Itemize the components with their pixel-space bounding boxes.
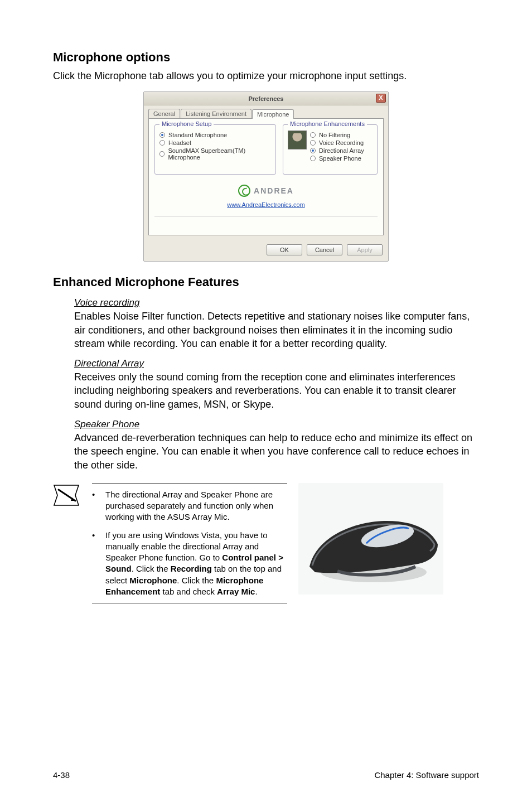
radio-label: Speaker Phone — [319, 155, 361, 162]
tab-microphone[interactable]: Microphone — [252, 109, 294, 119]
preferences-dialog: Preferences X General Listening Environm… — [143, 91, 389, 262]
cancel-button[interactable]: Cancel — [307, 244, 342, 255]
andrea-text: ANDREA — [254, 186, 294, 195]
dialog-title-text: Preferences — [249, 95, 284, 102]
subheading-speaker: Speaker Phone — [74, 419, 479, 430]
subheading-directional: Directional Array — [74, 358, 479, 369]
paragraph: Enables Noise Filter function. Detects r… — [74, 310, 479, 350]
radio-voice-recording[interactable]: Voice Recording — [310, 139, 364, 146]
radio-label: Headset — [168, 139, 191, 146]
note-bullet-1: The directional Array and Speaker Phone … — [105, 489, 287, 523]
radio-headset[interactable]: Headset — [159, 139, 271, 146]
andrea-ball-icon — [238, 185, 250, 197]
subheading-voice: Voice recording — [74, 297, 479, 308]
apply-button[interactable]: Apply — [347, 244, 383, 255]
section-lead: Click the Microphone tab allows you to o… — [53, 69, 479, 83]
page-number: 4-38 — [53, 770, 70, 780]
group-title: Microphone Setup — [159, 120, 214, 127]
ok-button[interactable]: OK — [267, 244, 302, 255]
note-text: • The directional Array and Speaker Phon… — [92, 483, 287, 603]
close-icon[interactable]: X — [376, 94, 386, 103]
bullet-icon: • — [92, 489, 96, 523]
chapter-label: Chapter 4: Software support — [374, 770, 479, 780]
radio-superbeam[interactable]: SoundMAX Superbeam(TM) Microphone — [159, 147, 271, 161]
radio-label: Directional Array — [319, 147, 364, 154]
tab-listening[interactable]: Listening Environment — [181, 109, 252, 118]
dialog-screenshot: Preferences X General Listening Environm… — [53, 91, 479, 262]
mic-icon — [288, 131, 307, 149]
section-heading: Microphone options — [53, 50, 479, 65]
andrea-logo: ANDREA — [238, 185, 294, 197]
radio-label: No Filtering — [319, 132, 350, 138]
note-bullet-2: If you are using Windows Vista, you have… — [105, 530, 287, 598]
radio-label: Voice Recording — [319, 139, 364, 146]
group-title: Microphone Enhancements — [288, 120, 367, 127]
tab-pane: Microphone Setup Standard Microphone Hea… — [148, 118, 384, 235]
dialog-titlebar: Preferences X — [144, 92, 388, 105]
array-mic-photo — [298, 483, 443, 595]
radio-label: Standard Microphone — [168, 132, 227, 138]
tab-general[interactable]: General — [148, 109, 180, 118]
andrea-link[interactable]: www.AndreaElectronics.com — [154, 201, 378, 208]
group-mic-enhancements: Microphone Enhancements No Filtering Voi… — [283, 124, 378, 175]
radio-speaker-phone[interactable]: Speaker Phone — [310, 155, 364, 162]
radio-directional-array[interactable]: Directional Array — [310, 147, 364, 154]
paragraph: Advanced de-reverberation techniques can… — [74, 431, 479, 472]
bullet-icon: • — [92, 530, 96, 598]
paragraph: Receives only the sound coming from the … — [74, 370, 479, 411]
note-icon — [53, 483, 81, 508]
section-heading: Enhanced Microphone Features — [53, 275, 479, 289]
radio-label: SoundMAX Superbeam(TM) Microphone — [168, 147, 271, 161]
group-mic-setup: Microphone Setup Standard Microphone Hea… — [154, 124, 276, 175]
radio-standard-mic[interactable]: Standard Microphone — [159, 132, 271, 138]
radio-no-filtering[interactable]: No Filtering — [310, 132, 364, 138]
